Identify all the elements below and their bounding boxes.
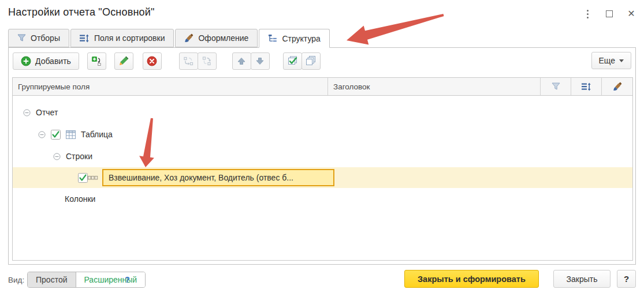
toolbar: Добавить xyxy=(13,52,631,70)
view-simple-button[interactable]: Простой xyxy=(28,272,76,287)
filter-icon xyxy=(552,82,560,91)
delete-icon xyxy=(147,56,157,66)
help-button[interactable]: ? xyxy=(617,270,636,288)
edit-button[interactable] xyxy=(114,52,133,70)
tree-row-report[interactable]: Отчет xyxy=(13,101,632,123)
structure-grid: Группируемые поля Заголовок xyxy=(12,77,633,261)
tab-label: Отборы xyxy=(31,33,60,43)
tree-row-label: Колонки xyxy=(65,194,95,204)
tab-label: Поля и сортировки xyxy=(94,33,165,43)
column-header-grouped-fields[interactable]: Группируемые поля xyxy=(13,78,328,95)
add-button[interactable]: Добавить xyxy=(13,52,79,70)
more-button-label: Еще xyxy=(599,56,616,65)
move-down-icon xyxy=(255,57,265,66)
tree-row-label: Таблица xyxy=(81,130,113,139)
checkbox-checked[interactable] xyxy=(51,130,61,140)
edit-pencil-icon xyxy=(119,56,129,66)
annotation-arrow-structure-tab xyxy=(347,14,444,44)
tab-structure[interactable]: Структура xyxy=(259,29,329,48)
report-settings-dialog: Настройки отчета "Основной" ✕ Отборы Пол… xyxy=(0,0,644,297)
more-button[interactable]: Еще xyxy=(591,52,632,69)
menu-kebab-icon[interactable] xyxy=(580,7,594,21)
structure-icon xyxy=(268,34,277,43)
detail-records-icon xyxy=(88,175,98,181)
structure-tree: Отчет Таблица xyxy=(13,96,632,260)
check-all-button[interactable] xyxy=(283,52,302,70)
column-header-sort[interactable] xyxy=(571,78,602,95)
view-label: Вид: xyxy=(8,276,24,284)
sort-icon xyxy=(582,82,591,91)
move-down-button[interactable] xyxy=(251,52,270,70)
group-icon xyxy=(183,56,193,66)
window-controls: ✕ xyxy=(580,7,638,21)
maximize-icon[interactable] xyxy=(602,7,616,21)
filter-icon xyxy=(17,34,26,42)
page-title: Настройки отчета "Основной" xyxy=(8,6,155,18)
tree-row-grouping-selected[interactable]: Взвешивание, Хоз документ, Водитель (отв… xyxy=(13,167,632,188)
move-up-button[interactable] xyxy=(232,52,251,70)
tab-bar: Отборы Поля и сортировки Оформление Стру… xyxy=(8,29,330,47)
tab-label: Оформление xyxy=(198,33,248,43)
tree-row-columns-section[interactable]: Колонки xyxy=(13,188,632,210)
collapse-icon[interactable] xyxy=(53,153,61,160)
collapse-icon[interactable] xyxy=(38,131,46,138)
delete-button[interactable] xyxy=(143,52,162,70)
group-button[interactable] xyxy=(179,52,198,70)
collapse-icon[interactable] xyxy=(23,109,31,116)
column-header-title[interactable]: Заголовок xyxy=(328,78,541,95)
column-header-appearance[interactable] xyxy=(602,78,632,95)
tab-label: Структура xyxy=(282,34,320,43)
tree-row-label: Строки xyxy=(66,152,92,161)
check-all-icon xyxy=(287,56,298,66)
uncheck-all-icon xyxy=(306,56,317,66)
grouping-field-value[interactable]: Взвешивание, Хоз документ, Водитель (отв… xyxy=(102,169,334,186)
appearance-icon xyxy=(613,82,622,91)
tree-row-label: Отчет xyxy=(36,108,58,117)
uncheck-all-button[interactable] xyxy=(301,52,321,70)
add-button-label: Добавить xyxy=(35,57,71,66)
tab-fields-sorting[interactable]: Поля и сортировки xyxy=(70,29,174,47)
close-icon[interactable]: ✕ xyxy=(624,7,638,21)
column-header-filter[interactable] xyxy=(541,78,571,95)
ungroup-button[interactable] xyxy=(198,52,217,70)
move-up-icon xyxy=(237,57,246,66)
chevron-down-icon xyxy=(619,59,624,62)
ungroup-icon xyxy=(202,56,212,66)
view-help-link[interactable]: ? xyxy=(125,275,130,284)
tab-filters[interactable]: Отборы xyxy=(8,29,69,47)
fields-sort-icon xyxy=(80,34,90,43)
add-plus-icon xyxy=(21,56,31,66)
tree-row-table[interactable]: Таблица xyxy=(13,123,632,145)
add-group-button[interactable] xyxy=(87,52,106,70)
close-button[interactable]: Закрыть xyxy=(553,270,611,288)
view-advanced-button[interactable]: Расширенный xyxy=(76,272,146,287)
checkbox-checked[interactable] xyxy=(78,173,88,183)
brush-icon xyxy=(184,33,193,43)
table-icon xyxy=(66,130,76,139)
close-and-generate-button[interactable]: Закрыть и сформировать xyxy=(404,270,539,288)
grid-header: Группируемые поля Заголовок xyxy=(13,78,632,96)
add-group-icon xyxy=(91,56,102,66)
structure-panel: Добавить xyxy=(8,47,636,265)
tab-appearance[interactable]: Оформление xyxy=(175,29,258,47)
tree-row-rows-section[interactable]: Строки xyxy=(13,145,632,167)
